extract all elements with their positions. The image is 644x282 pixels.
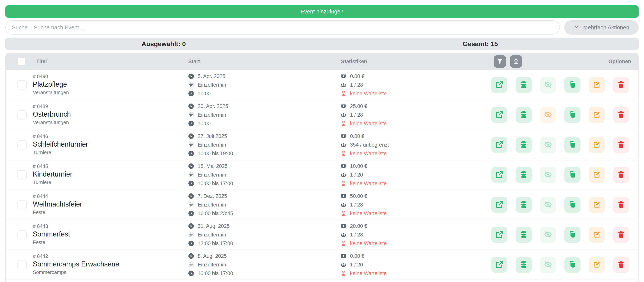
event-date: 8. Aug. 2025 — [198, 253, 227, 259]
attendees-icon — [340, 261, 347, 268]
edit-button[interactable] — [589, 197, 605, 213]
open-event-button[interactable] — [491, 137, 507, 153]
money-icon — [340, 223, 347, 229]
row-checkbox[interactable] — [18, 110, 27, 120]
event-category: Sommercamps — [33, 269, 119, 275]
eye-off-icon — [544, 81, 552, 90]
event-stats-cell: 0.00 € 1 / 20 keine Warteliste — [340, 253, 387, 279]
trash-icon — [617, 110, 626, 120]
open-event-button[interactable] — [491, 257, 507, 273]
delete-button[interactable] — [613, 167, 629, 183]
delete-button[interactable] — [613, 107, 629, 123]
table-row: # 8446 Schleifchenturnier Turniere 27. J… — [6, 130, 638, 160]
visibility-button[interactable] — [540, 77, 556, 93]
row-checkbox[interactable] — [18, 80, 27, 90]
trash-icon — [617, 200, 626, 209]
event-id: # 8490 — [33, 73, 69, 80]
row-checkbox[interactable] — [18, 200, 27, 209]
clear-filter-button[interactable] — [510, 55, 522, 68]
edit-icon — [592, 81, 601, 90]
trash-icon — [617, 170, 626, 179]
add-event-button[interactable]: Event hinzufügen — [5, 5, 639, 18]
row-actions — [491, 197, 629, 213]
event-price: 10.00 € — [350, 163, 367, 169]
event-start-cell: 5. Apr. 2025 Einzeltermin 10:00 — [188, 73, 226, 99]
search-input[interactable] — [34, 24, 554, 31]
event-waitlist: keine Warteliste — [350, 270, 387, 276]
row-checkbox[interactable] — [18, 230, 27, 239]
event-date: 7. Dez. 2025 — [198, 193, 227, 199]
open-event-button[interactable] — [491, 227, 507, 243]
bulk-actions-label: Mehrfach Aktionen — [583, 24, 629, 31]
visibility-button[interactable] — [540, 197, 556, 213]
database-icon — [520, 81, 528, 90]
delete-button[interactable] — [613, 227, 629, 243]
edit-button[interactable] — [589, 77, 605, 93]
event-id: # 8442 — [33, 253, 119, 259]
participants-button[interactable] — [516, 167, 532, 183]
edit-icon — [592, 170, 601, 179]
event-stats-cell: 10.00 € 1 / 20 keine Warteliste — [340, 163, 387, 189]
row-checkbox[interactable] — [18, 170, 27, 179]
row-actions — [491, 77, 629, 93]
duplicate-button[interactable] — [564, 197, 580, 213]
duplicate-button[interactable] — [564, 137, 580, 153]
play-circle-icon — [188, 193, 194, 199]
duplicate-button[interactable] — [564, 167, 580, 183]
open-event-button[interactable] — [491, 167, 507, 183]
hourglass-icon — [340, 270, 347, 277]
row-checkbox[interactable] — [18, 260, 27, 269]
edit-button[interactable] — [589, 167, 605, 183]
participants-button[interactable] — [516, 77, 532, 93]
event-title: Schleifchenturnier — [33, 140, 88, 149]
event-time: 16:00 bis 23:45 — [198, 210, 233, 216]
external-link-icon — [495, 260, 504, 269]
event-waitlist: keine Warteliste — [350, 240, 387, 246]
money-icon — [340, 133, 347, 139]
duplicate-button[interactable] — [564, 77, 580, 93]
visibility-button[interactable] — [540, 137, 556, 153]
visibility-button[interactable] — [540, 227, 556, 243]
participants-button[interactable] — [516, 257, 532, 273]
participants-button[interactable] — [516, 227, 532, 243]
participants-button[interactable] — [516, 137, 532, 153]
event-category: Feste — [33, 239, 70, 245]
calendar-icon — [188, 201, 194, 208]
edit-button[interactable] — [589, 227, 605, 243]
table-row: # 8489 Osterbrunch Veranstaltungen 20. A… — [6, 100, 638, 130]
search-box[interactable]: Suche — [5, 20, 560, 35]
visibility-button[interactable] — [540, 167, 556, 183]
event-type: Einzeltermin — [198, 82, 226, 88]
eye-off-icon — [544, 200, 552, 209]
event-waitlist: keine Warteliste — [350, 210, 387, 216]
row-checkbox[interactable] — [18, 140, 27, 149]
select-all-checkbox[interactable] — [18, 58, 25, 65]
duplicate-button[interactable] — [564, 257, 580, 273]
bulk-actions-button[interactable]: Mehrfach Aktionen — [564, 20, 639, 35]
database-icon — [520, 170, 528, 179]
delete-button[interactable] — [613, 197, 629, 213]
hourglass-icon — [340, 180, 347, 187]
copy-icon — [568, 140, 577, 149]
open-event-button[interactable] — [491, 197, 507, 213]
open-event-button[interactable] — [491, 77, 507, 93]
duplicate-button[interactable] — [564, 227, 580, 243]
participants-button[interactable] — [516, 107, 532, 123]
visibility-button[interactable] — [540, 257, 556, 273]
hourglass-icon — [340, 150, 347, 157]
hourglass-icon — [340, 210, 347, 217]
event-list-page: Event hinzufügen Suche Mehrfach Aktionen… — [0, 5, 644, 282]
filter-button[interactable] — [494, 55, 506, 68]
participants-button[interactable] — [516, 197, 532, 213]
edit-button[interactable] — [589, 137, 605, 153]
open-event-button[interactable] — [491, 107, 507, 123]
delete-button[interactable] — [613, 257, 629, 273]
delete-button[interactable] — [613, 77, 629, 93]
duplicate-button[interactable] — [564, 107, 580, 123]
column-header-options: Optionen — [608, 59, 631, 65]
event-title: Osterbrunch — [33, 110, 71, 119]
visibility-button[interactable] — [540, 107, 556, 123]
delete-button[interactable] — [613, 137, 629, 153]
edit-button[interactable] — [589, 107, 605, 123]
edit-button[interactable] — [589, 257, 605, 273]
